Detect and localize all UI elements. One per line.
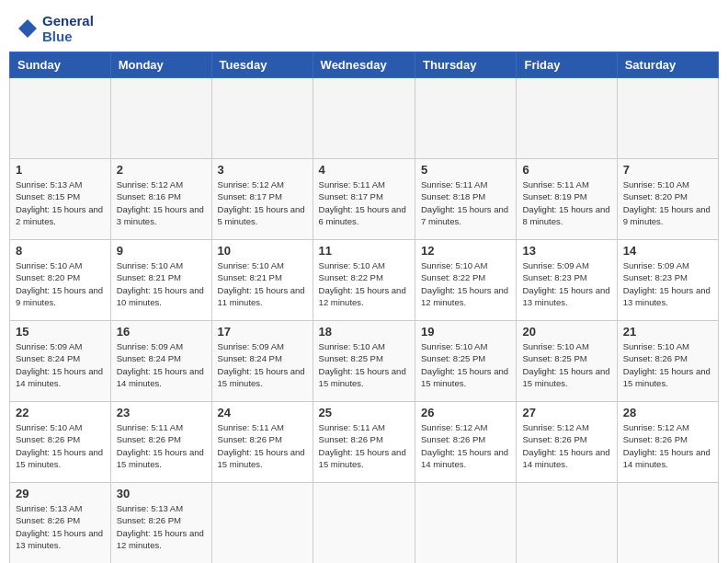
calendar-week-row: 15Sunrise: 5:09 AMSunset: 8:24 PMDayligh… [10, 321, 719, 402]
calendar-week-row: 22Sunrise: 5:10 AMSunset: 8:26 PMDayligh… [10, 402, 719, 483]
calendar-cell [313, 483, 415, 564]
day-number: 23 [117, 406, 206, 419]
page-header: General Blue [9, 9, 719, 44]
day-number: 29 [16, 487, 105, 500]
day-number: 26 [421, 406, 510, 419]
calendar-week-row: 29Sunrise: 5:13 AMSunset: 8:26 PMDayligh… [10, 483, 719, 564]
calendar-cell: 1Sunrise: 5:13 AMSunset: 8:15 PMDaylight… [10, 159, 111, 240]
calendar-cell: 2Sunrise: 5:12 AMSunset: 8:16 PMDaylight… [110, 159, 211, 240]
day-info: Sunrise: 5:13 AMSunset: 8:26 PMDaylight:… [117, 502, 206, 551]
calendar-cell: 24Sunrise: 5:11 AMSunset: 8:26 PMDayligh… [211, 402, 313, 483]
calendar-cell: 8Sunrise: 5:10 AMSunset: 8:20 PMDaylight… [10, 240, 111, 321]
calendar-cell [517, 483, 617, 564]
day-info: Sunrise: 5:11 AMSunset: 8:17 PMDaylight:… [319, 178, 409, 227]
calendar-cell [415, 78, 517, 159]
calendar-cell: 3Sunrise: 5:12 AMSunset: 8:17 PMDaylight… [211, 159, 313, 240]
column-header-monday: Monday [110, 52, 211, 78]
day-number: 9 [117, 244, 206, 258]
calendar-cell: 14Sunrise: 5:09 AMSunset: 8:23 PMDayligh… [617, 240, 718, 321]
day-number: 3 [218, 163, 307, 177]
calendar-cell: 30Sunrise: 5:13 AMSunset: 8:26 PMDayligh… [110, 483, 211, 564]
day-number: 5 [421, 163, 510, 177]
day-info: Sunrise: 5:10 AMSunset: 8:21 PMDaylight:… [218, 259, 307, 308]
day-number: 21 [623, 325, 712, 339]
calendar-cell: 28Sunrise: 5:12 AMSunset: 8:26 PMDayligh… [617, 402, 718, 483]
calendar-cell: 19Sunrise: 5:10 AMSunset: 8:25 PMDayligh… [415, 321, 517, 402]
column-header-wednesday: Wednesday [313, 52, 415, 78]
calendar-cell: 9Sunrise: 5:10 AMSunset: 8:21 PMDaylight… [110, 240, 211, 321]
day-number: 20 [522, 325, 610, 339]
column-header-friday: Friday [517, 52, 617, 78]
day-info: Sunrise: 5:09 AMSunset: 8:23 PMDaylight:… [623, 259, 712, 308]
day-info: Sunrise: 5:13 AMSunset: 8:26 PMDaylight:… [16, 502, 105, 551]
day-number: 10 [218, 244, 307, 258]
day-number: 14 [623, 244, 712, 258]
calendar-cell [415, 483, 517, 564]
day-number: 18 [319, 325, 409, 339]
calendar-cell: 26Sunrise: 5:12 AMSunset: 8:26 PMDayligh… [415, 402, 517, 483]
day-number: 27 [522, 406, 610, 419]
calendar-header-row: SundayMondayTuesdayWednesdayThursdayFrid… [10, 52, 719, 78]
day-info: Sunrise: 5:12 AMSunset: 8:26 PMDaylight:… [522, 421, 610, 470]
day-info: Sunrise: 5:11 AMSunset: 8:18 PMDaylight:… [421, 178, 510, 227]
day-number: 13 [522, 244, 610, 258]
day-number: 17 [218, 325, 307, 339]
day-info: Sunrise: 5:10 AMSunset: 8:26 PMDaylight:… [16, 421, 105, 470]
day-number: 16 [117, 325, 206, 339]
column-header-sunday: Sunday [10, 52, 111, 78]
day-info: Sunrise: 5:10 AMSunset: 8:26 PMDaylight:… [623, 340, 712, 389]
day-number: 11 [319, 244, 409, 258]
day-info: Sunrise: 5:10 AMSunset: 8:25 PMDaylight:… [319, 340, 409, 389]
calendar-cell: 27Sunrise: 5:12 AMSunset: 8:26 PMDayligh… [517, 402, 617, 483]
day-number: 12 [421, 244, 510, 258]
day-number: 15 [16, 325, 105, 339]
day-info: Sunrise: 5:12 AMSunset: 8:16 PMDaylight:… [117, 178, 206, 227]
day-number: 25 [319, 406, 409, 419]
calendar-cell [211, 78, 313, 159]
calendar-cell: 25Sunrise: 5:11 AMSunset: 8:26 PMDayligh… [313, 402, 415, 483]
day-number: 2 [117, 163, 206, 177]
calendar-week-row: 8Sunrise: 5:10 AMSunset: 8:20 PMDaylight… [10, 240, 719, 321]
column-header-saturday: Saturday [617, 52, 718, 78]
day-info: Sunrise: 5:13 AMSunset: 8:15 PMDaylight:… [16, 178, 105, 227]
calendar-cell [110, 78, 211, 159]
calendar-cell: 23Sunrise: 5:11 AMSunset: 8:26 PMDayligh… [110, 402, 211, 483]
calendar-cell [211, 483, 313, 564]
calendar-week-row [10, 78, 719, 159]
day-info: Sunrise: 5:12 AMSunset: 8:26 PMDaylight:… [623, 421, 712, 470]
day-number: 4 [319, 163, 409, 177]
day-info: Sunrise: 5:10 AMSunset: 8:21 PMDaylight:… [117, 259, 206, 308]
day-info: Sunrise: 5:10 AMSunset: 8:22 PMDaylight:… [319, 259, 409, 308]
calendar-week-row: 1Sunrise: 5:13 AMSunset: 8:15 PMDaylight… [10, 159, 719, 240]
calendar-cell: 7Sunrise: 5:10 AMSunset: 8:20 PMDaylight… [617, 159, 718, 240]
calendar-cell [617, 483, 718, 564]
day-info: Sunrise: 5:09 AMSunset: 8:23 PMDaylight:… [522, 259, 610, 308]
day-info: Sunrise: 5:10 AMSunset: 8:22 PMDaylight:… [421, 259, 510, 308]
calendar-cell: 15Sunrise: 5:09 AMSunset: 8:24 PMDayligh… [10, 321, 111, 402]
calendar-cell: 4Sunrise: 5:11 AMSunset: 8:17 PMDaylight… [313, 159, 415, 240]
calendar-cell: 13Sunrise: 5:09 AMSunset: 8:23 PMDayligh… [517, 240, 617, 321]
day-info: Sunrise: 5:11 AMSunset: 8:26 PMDaylight:… [319, 421, 409, 470]
logo-text: General Blue [42, 13, 94, 44]
calendar-cell: 5Sunrise: 5:11 AMSunset: 8:18 PMDaylight… [415, 159, 517, 240]
calendar-cell [517, 78, 617, 159]
calendar-cell: 6Sunrise: 5:11 AMSunset: 8:19 PMDaylight… [517, 159, 617, 240]
logo: General Blue [13, 13, 94, 44]
calendar-cell [10, 78, 111, 159]
logo-icon [13, 16, 39, 41]
calendar-cell: 16Sunrise: 5:09 AMSunset: 8:24 PMDayligh… [110, 321, 211, 402]
day-number: 24 [218, 406, 307, 419]
day-number: 28 [623, 406, 712, 419]
calendar-cell [313, 78, 415, 159]
calendar-cell: 11Sunrise: 5:10 AMSunset: 8:22 PMDayligh… [313, 240, 415, 321]
day-info: Sunrise: 5:11 AMSunset: 8:26 PMDaylight:… [117, 421, 206, 470]
day-number: 1 [16, 163, 105, 177]
calendar-cell: 22Sunrise: 5:10 AMSunset: 8:26 PMDayligh… [10, 402, 111, 483]
day-info: Sunrise: 5:10 AMSunset: 8:25 PMDaylight:… [421, 340, 510, 389]
day-info: Sunrise: 5:12 AMSunset: 8:17 PMDaylight:… [218, 178, 307, 227]
day-info: Sunrise: 5:10 AMSunset: 8:25 PMDaylight:… [522, 340, 610, 389]
day-info: Sunrise: 5:09 AMSunset: 8:24 PMDaylight:… [218, 340, 307, 389]
day-number: 7 [623, 163, 712, 177]
day-number: 19 [421, 325, 510, 339]
calendar-cell [617, 78, 718, 159]
